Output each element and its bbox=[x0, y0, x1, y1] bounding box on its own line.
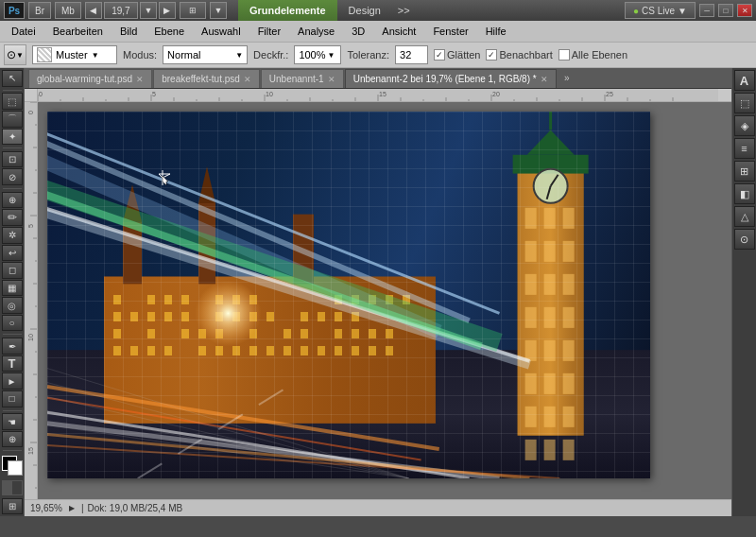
tab-more-button[interactable]: » bbox=[559, 71, 575, 86]
healing-brush-tool[interactable]: ⊕ bbox=[2, 192, 23, 209]
tab-unbenannt2[interactable]: Unbenannt-2 bei 19,7% (Ebene 1, RGB/8) *… bbox=[345, 69, 557, 88]
shape-tool[interactable]: □ bbox=[2, 390, 23, 407]
menu-ansicht[interactable]: Ansicht bbox=[374, 24, 423, 39]
nav-input[interactable]: 19,7 bbox=[104, 2, 138, 19]
menu-3d[interactable]: 3D bbox=[344, 24, 372, 39]
maximize-button[interactable]: □ bbox=[718, 4, 733, 17]
ps-logo: Ps bbox=[4, 2, 25, 19]
hand-tool[interactable]: ☚ bbox=[2, 413, 23, 430]
brush-dropdown-icon: ▼ bbox=[92, 51, 99, 60]
canvas-area: global-warming-tut.psd ✕ breakeffekt-tut… bbox=[25, 68, 731, 516]
tab-label: breakeffekt-tut.psd bbox=[162, 74, 240, 84]
crop-tool[interactable]: ⊡ bbox=[2, 151, 23, 168]
cursor-indicator bbox=[159, 170, 174, 185]
eyedropper-tool[interactable]: ⊘ bbox=[2, 168, 23, 185]
lasso-tool[interactable]: ⌒ bbox=[2, 111, 23, 128]
tab-breakeffekt[interactable]: breakeffekt-tut.psd ✕ bbox=[153, 69, 260, 88]
alle-ebenen-checkbox-group[interactable]: Alle Ebenen bbox=[558, 49, 627, 61]
toleranz-input[interactable]: 32 bbox=[395, 45, 428, 64]
ruler-horizontal bbox=[25, 89, 731, 102]
screen-mode-tool[interactable]: ⊞ bbox=[2, 498, 23, 515]
move-tool[interactable]: ↖ bbox=[2, 70, 23, 87]
brush-tool[interactable]: ✏ bbox=[2, 209, 23, 226]
cs-live-icon: ● bbox=[633, 6, 639, 16]
tab-close-icon[interactable]: ✕ bbox=[328, 75, 335, 84]
minimize-button[interactable]: ─ bbox=[699, 4, 714, 17]
menu-hilfe[interactable]: Hilfe bbox=[478, 24, 514, 39]
titlebar-right: ● CS Live ▼ ─ □ ✕ bbox=[625, 2, 752, 19]
magic-wand-tool[interactable]: ✦ bbox=[2, 129, 23, 146]
status-arrow-button[interactable]: ▶ bbox=[66, 503, 77, 514]
quick-mask-button[interactable] bbox=[2, 480, 23, 495]
mini-bridge-button[interactable]: Mb bbox=[55, 2, 81, 19]
menu-auswahl[interactable]: Auswahl bbox=[194, 24, 249, 39]
screen-mode-dropdown[interactable]: ▼ bbox=[210, 2, 227, 19]
marquee-tool[interactable]: ⬚ bbox=[2, 93, 23, 110]
panel-btn-3[interactable]: ≡ bbox=[734, 138, 755, 159]
type-tool[interactable]: T bbox=[2, 355, 23, 372]
alle-ebenen-label: Alle Ebenen bbox=[572, 49, 627, 61]
canvas-viewport[interactable] bbox=[38, 102, 731, 499]
ruler-corner bbox=[25, 89, 38, 102]
alle-ebenen-checkbox[interactable] bbox=[558, 49, 570, 61]
menu-bearbeiten[interactable]: Bearbeiten bbox=[45, 24, 111, 39]
tab-close-icon[interactable]: ✕ bbox=[541, 75, 548, 84]
glatten-checkbox[interactable] bbox=[434, 49, 445, 61]
modus-select[interactable]: Normal ▼ bbox=[163, 45, 248, 64]
background-color[interactable] bbox=[8, 460, 23, 476]
tab-close-icon[interactable]: ✕ bbox=[244, 75, 251, 84]
cs-live-button[interactable]: ● CS Live ▼ bbox=[625, 2, 696, 19]
glatten-checkbox-group[interactable]: Glätten bbox=[434, 49, 480, 61]
tab-label: global-warming-tut.psd bbox=[37, 74, 132, 84]
toleranz-label: Toleranz: bbox=[347, 49, 389, 61]
screen-mode-button[interactable]: ⊞ bbox=[180, 2, 206, 19]
doc-info: Dok: 19,0 MB/25,4 MB bbox=[88, 503, 183, 513]
menu-fenster[interactable]: Fenster bbox=[425, 24, 475, 39]
blur-tool[interactable]: ◎ bbox=[2, 297, 23, 314]
panel-btn-4[interactable]: ⊞ bbox=[734, 161, 755, 182]
path-select-tool[interactable]: ► bbox=[2, 372, 23, 390]
deckfr-input[interactable]: 100% ▼ bbox=[294, 45, 341, 64]
panel-btn-2[interactable]: ◈ bbox=[734, 115, 755, 136]
text-tool-panel[interactable]: A bbox=[734, 70, 755, 91]
bridge-button[interactable]: Br bbox=[28, 2, 51, 19]
nav-dropdown[interactable]: ▼ bbox=[140, 2, 157, 19]
workspace-more-button[interactable]: >> bbox=[392, 0, 416, 21]
brush-select[interactable]: Muster ▼ bbox=[32, 45, 117, 64]
deckfr-value: 100% bbox=[299, 49, 325, 61]
ruler-h-track bbox=[38, 89, 731, 102]
canvas-wrapper bbox=[25, 102, 731, 499]
design-button[interactable]: Design bbox=[337, 0, 392, 21]
panel-btn-5[interactable]: ◧ bbox=[734, 183, 755, 204]
dodge-tool[interactable]: ○ bbox=[2, 315, 23, 332]
panel-btn-1[interactable]: ⬚ bbox=[734, 93, 755, 113]
tool-preset-button[interactable]: ⊙ ▼ bbox=[4, 44, 26, 65]
pen-tool[interactable]: ✒ bbox=[2, 338, 23, 355]
menu-filter[interactable]: Filter bbox=[250, 24, 288, 39]
menu-bild[interactable]: Bild bbox=[112, 24, 145, 39]
menu-datei[interactable]: Datei bbox=[4, 24, 43, 39]
grundelemente-button[interactable]: Grundelemente bbox=[238, 0, 337, 21]
zoom-tool[interactable]: ⊕ bbox=[2, 431, 23, 448]
nav-forward-button[interactable]: ▶ bbox=[159, 2, 176, 19]
tab-close-icon[interactable]: ✕ bbox=[136, 75, 144, 84]
tab-global-warming[interactable]: global-warming-tut.psd ✕ bbox=[28, 69, 152, 88]
history-brush-tool[interactable]: ↩ bbox=[2, 245, 23, 262]
eraser-tool[interactable]: ◻ bbox=[2, 262, 23, 279]
gradient-tool[interactable]: ▦ bbox=[2, 280, 23, 297]
tool-separator-3 bbox=[3, 188, 22, 189]
benachbart-checkbox[interactable] bbox=[486, 49, 497, 61]
ruler-vertical bbox=[25, 102, 38, 499]
close-button[interactable]: ✕ bbox=[737, 4, 752, 17]
nav-back-button[interactable]: ◀ bbox=[85, 2, 102, 19]
clone-stamp-tool[interactable]: ✲ bbox=[2, 227, 23, 244]
zoom-level: 19,65% bbox=[30, 503, 62, 513]
benachbart-checkbox-group[interactable]: Benachbart bbox=[486, 49, 552, 61]
menu-analyse[interactable]: Analyse bbox=[290, 24, 342, 39]
panel-btn-6[interactable]: △ bbox=[734, 206, 755, 227]
menu-ebene[interactable]: Ebene bbox=[146, 24, 192, 39]
tab-unbenannt1[interactable]: Unbenannt-1 ✕ bbox=[261, 69, 344, 88]
title-bar: Ps Br Mb ◀ 19,7 ▼ ▶ ⊞ ▼ Grundelemente De… bbox=[0, 0, 756, 21]
panel-btn-7[interactable]: ⊙ bbox=[734, 229, 755, 250]
brush-icon: ⊙ bbox=[7, 48, 16, 61]
